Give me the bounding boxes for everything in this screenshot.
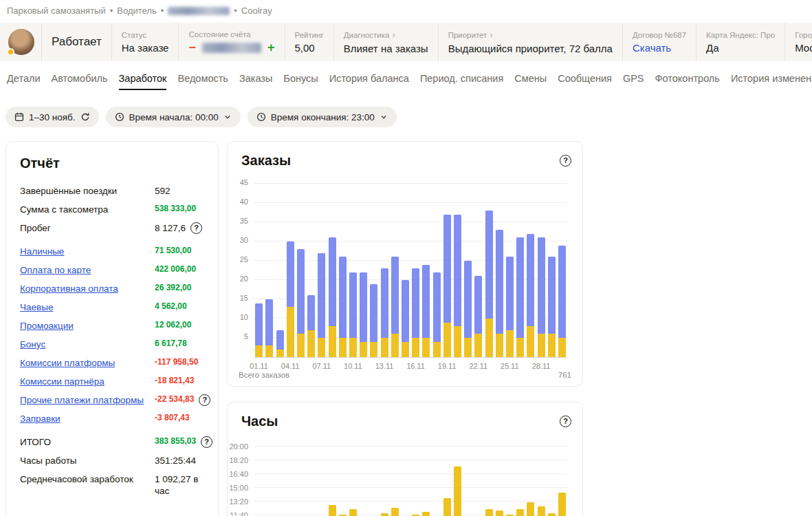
tab-6[interactable]: Бонусы [283,73,318,90]
x-axis-label: 28.11 [532,362,551,370]
orders-bar-segment [516,237,524,338]
orders-bar-segment [381,338,388,357]
report-value-wrap: 1 092,27 в час [155,473,204,497]
work-status: Работает [52,35,102,49]
driver-avatar[interactable] [8,29,34,55]
contract-cell: Договор №687 Скачать [622,23,696,61]
time-start-filter[interactable]: Время начала: 00:00 [106,107,241,127]
tab-10[interactable]: Сообщения [558,73,612,90]
tab-12[interactable]: Фотоконтроль [655,73,720,90]
report-label[interactable]: Чаевые [20,301,155,314]
priority-cell[interactable]: Приоритет › Выдающийся приоритет, 72 бал… [438,23,622,61]
time-end-label: Время окончания: 23:00 [271,112,375,122]
y-axis-label: 25 [240,256,248,264]
yandex-card-cell: Карта Яндекс: Про Да [696,23,784,61]
orders-bar-segment [318,338,325,357]
tab-13[interactable]: История изменений [731,73,812,90]
y-axis-label: 30 [240,237,248,244]
diagnostics-value: Влияет на заказы [344,43,428,54]
report-value: 12 062,00 [155,320,191,331]
orders-bar-segment [506,330,514,357]
orders-bar-segment [433,342,441,357]
report-value-wrap: 538 333,00 [155,204,204,215]
x-axis-label: 10.11 [344,362,362,370]
report-label[interactable]: Комиссии платформы [20,357,155,369]
hours-bar [538,506,545,516]
report-value: -117 958,50 [155,357,198,368]
report-label[interactable]: Прочие платежи платформы [20,394,155,407]
help-icon[interactable]: ? [190,222,202,234]
report-row: Наличные71 530,00 [20,246,204,258]
city-value: Москва [795,42,812,54]
gridline [254,487,567,488]
hours-bar [381,513,388,516]
y-axis-label: 18:20 [229,457,248,464]
orders-bar-segment [538,237,545,334]
orders-bar-segment [339,257,347,338]
tab-2[interactable]: Автомобиль [52,73,108,90]
filter-bar: 1–30 нояб. Время начала: 00:00 Время око… [6,107,397,127]
report-label[interactable]: Бонус [20,338,155,351]
tab-3[interactable]: Заработок [119,73,167,90]
report-label[interactable]: Наличные [20,246,155,258]
y-axis-label: 5 [244,333,248,341]
report-label[interactable]: Корпоративная оплата [20,283,155,295]
hours-bar [516,509,524,516]
orders-bar-segment [265,299,273,345]
help-icon[interactable]: ? [199,394,210,406]
tab-9[interactable]: Смены [514,73,547,90]
report-value: 6 617,78 [155,338,187,350]
refresh-icon[interactable] [80,112,90,122]
orders-bar-segment [287,307,294,357]
time-end-filter[interactable]: Время окончания: 23:00 [248,107,397,127]
x-axis-label: 25.11 [501,362,519,370]
tab-4[interactable]: Ведомость [177,73,228,90]
help-icon[interactable]: ? [201,436,212,448]
report-label: Часы работы [20,455,155,467]
driver-header-bar: Работает Статус На заказе Состояние счёт… [0,23,812,61]
hours-bar [329,505,336,516]
diagnostics-cell[interactable]: Диагностика › Влияет на заказы [333,23,438,61]
orders-bar-segment [255,303,263,346]
orders-bar-segment [339,338,347,357]
chevron-down-icon [380,113,388,121]
tab-8[interactable]: Период. списания [420,73,503,90]
tab-1[interactable]: Детали [7,73,41,90]
orders-bar-segment [527,326,534,357]
help-icon[interactable]: ? [560,155,571,166]
report-label[interactable]: Заправки [20,413,155,425]
tab-11[interactable]: GPS [623,73,644,90]
rating-value: 5,00 [295,42,324,54]
report-value: 351:25:44 [155,455,196,467]
orders-bar-segment [370,342,377,357]
orders-bar-segment [506,257,514,330]
balance-withdraw-button[interactable]: − [188,41,196,54]
report-label[interactable]: Комиссии партнёра [20,376,155,388]
avatar-cell [0,23,41,61]
breadcrumb-separator: • [234,6,237,16]
balance-topup-button[interactable]: + [267,41,275,54]
report-value: 592 [155,185,171,197]
work-status-cell: Работает [41,23,111,61]
calendar-icon [14,112,24,122]
report-label[interactable]: Промоакции [20,320,155,332]
balance-cell: Состояние счёта − + [178,23,284,61]
report-value-wrap: -18 821,43 [155,376,204,387]
orders-bar-segment [402,342,409,357]
tab-7[interactable]: История баланса [329,73,409,90]
orders-bar-segment [276,350,284,357]
orders-bar-segment [391,257,399,334]
orders-bar-segment [255,345,263,357]
date-range-filter[interactable]: 1–30 нояб. [6,107,99,127]
orders-bar-segment [474,334,482,357]
tab-5[interactable]: Заказы [239,73,272,90]
orders-bar-segment [422,265,430,338]
chevron-right-icon: › [392,30,395,40]
report-label[interactable]: Оплата по карте [20,264,155,277]
x-axis-label: 01.11 [250,362,268,370]
contract-download-link[interactable]: Скачать [633,42,686,54]
breadcrumb: Парковый самозанятый • Водитель • • Cool… [7,6,272,16]
y-axis-label: 13:20 [229,498,248,506]
orders-bar-segment [496,230,503,334]
gridline [254,473,567,474]
